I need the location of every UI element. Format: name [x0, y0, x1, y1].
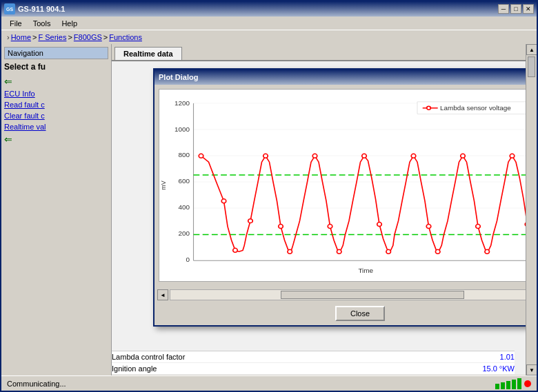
svg-text:1200: 1200 [175, 99, 190, 106]
sidebar-link-readfault[interactable]: Read fault c [4, 99, 108, 110]
status-red-dot [524, 380, 531, 387]
dialog-title: Plot Dialog [159, 73, 198, 81]
sidebar-link-realtime[interactable]: Realtime val [4, 121, 108, 132]
ignition-value: 15.0 °KW [482, 364, 515, 373]
menu-help[interactable]: Help [56, 18, 83, 29]
sidebar: Navigation Select a fu ⇐ ECU Info Read f… [1, 44, 112, 375]
svg-point-42 [525, 223, 526, 227]
breadcrumb: › Home > F Series > F800GS > Functions [1, 30, 537, 44]
svg-point-37 [279, 225, 283, 229]
svg-point-38 [328, 225, 332, 229]
scroll-left-button[interactable]: ◄ [157, 289, 168, 300]
window-close-button[interactable]: ✕ [523, 4, 534, 14]
signal-bar-4 [512, 380, 516, 389]
breadcrumb-arrow: › [7, 33, 10, 41]
main-scrollbar: ▲ ▼ [526, 44, 537, 375]
breadcrumb-f800gs[interactable]: F800GS [74, 33, 102, 41]
svg-point-21 [199, 154, 203, 158]
title-bar: GS GS-911 904.1 ─ □ ✕ [1, 1, 537, 17]
svg-text:600: 600 [178, 177, 190, 184]
signal-bar-5 [517, 378, 521, 389]
main-window: GS GS-911 904.1 ─ □ ✕ File Tools Help › … [0, 0, 538, 392]
content-area: Realtime data Plot Dialog ✕ [112, 44, 526, 375]
dialog-footer: Close [155, 302, 526, 325]
svg-text:Lambda sensor voltage: Lambda sensor voltage [440, 104, 511, 111]
svg-point-26 [337, 249, 341, 254]
svg-text:200: 200 [178, 230, 190, 237]
h-scroll-thumb[interactable] [281, 291, 464, 299]
svg-point-32 [485, 249, 490, 254]
minimize-button[interactable]: ─ [498, 4, 509, 14]
tab-realtime[interactable]: Realtime data [114, 47, 182, 60]
data-row-lambda: Lambda control factor 1.01 [112, 351, 515, 363]
breadcrumb-fseries[interactable]: F Series [38, 33, 66, 41]
window-title: GS-911 904.1 [18, 5, 66, 13]
svg-point-24 [288, 249, 292, 254]
svg-point-22 [233, 248, 238, 252]
data-row-ignition: Ignition angle 15.0 °KW [112, 363, 515, 375]
select-title: Select a fu [4, 62, 108, 72]
breadcrumb-functions[interactable]: Functions [109, 33, 142, 41]
svg-point-41 [476, 225, 481, 229]
signal-bar-2 [501, 382, 505, 389]
main-scroll-thumb[interactable] [528, 56, 535, 77]
status-bar: Communicating... [1, 375, 537, 391]
svg-text:Time: Time [358, 267, 373, 274]
menu-bar: File Tools Help [1, 17, 537, 30]
lambda-value: 1.01 [500, 353, 515, 361]
nav-header: Navigation [4, 47, 108, 59]
arrow-down-icon: ⇐ [4, 134, 108, 145]
svg-point-23 [263, 154, 268, 158]
chart-canvas: 1200 1000 800 600 400 200 0 mV [159, 89, 526, 282]
sidebar-link-clearfault[interactable]: Clear fault c [4, 110, 108, 121]
menu-file[interactable]: File [4, 18, 28, 29]
svg-point-27 [362, 154, 367, 158]
svg-text:400: 400 [178, 203, 190, 210]
svg-point-29 [411, 154, 416, 158]
svg-point-25 [312, 154, 317, 158]
svg-point-31 [461, 154, 466, 158]
svg-point-30 [435, 249, 440, 254]
svg-point-45 [427, 106, 431, 110]
svg-point-33 [510, 154, 515, 158]
signal-bar-1 [495, 384, 499, 389]
svg-text:mV: mV [159, 180, 167, 190]
status-text: Communicating... [7, 380, 66, 388]
breadcrumb-home[interactable]: Home [11, 33, 31, 41]
dialog-bottom-scroll: ◄ ► [155, 288, 526, 302]
svg-point-35 [221, 199, 226, 203]
main-scroll-down[interactable]: ▼ [526, 364, 537, 375]
svg-text:800: 800 [178, 152, 190, 158]
app-icon: GS [4, 3, 15, 14]
sidebar-link-ecu[interactable]: ECU Info [4, 88, 108, 99]
ignition-label: Ignition angle [112, 364, 157, 373]
close-dialog-button[interactable]: Close [335, 306, 385, 321]
tab-bar: Realtime data [112, 44, 526, 61]
data-panel: Lambda control factor 1.01 Ignition angl… [112, 351, 515, 375]
svg-text:1000: 1000 [175, 125, 190, 132]
svg-point-39 [377, 223, 382, 227]
maximize-button[interactable]: □ [510, 4, 521, 14]
chart-area: 1200 1000 800 600 400 200 0 mV [155, 85, 526, 288]
menu-tools[interactable]: Tools [28, 18, 57, 29]
status-indicator [495, 378, 531, 389]
plot-dialog: Plot Dialog ✕ [153, 68, 526, 327]
signal-bars [495, 378, 521, 389]
main-scroll-up[interactable]: ▲ [526, 44, 537, 55]
signal-bar-3 [506, 381, 510, 389]
svg-text:0: 0 [186, 256, 190, 263]
lambda-label: Lambda control factor [112, 353, 185, 361]
svg-point-40 [426, 225, 431, 229]
h-scroll-track [170, 289, 526, 300]
svg-point-28 [386, 249, 391, 254]
arrow-up-icon: ⇐ [4, 76, 108, 87]
svg-point-36 [248, 219, 253, 223]
dialog-title-bar: Plot Dialog ✕ [155, 70, 526, 85]
